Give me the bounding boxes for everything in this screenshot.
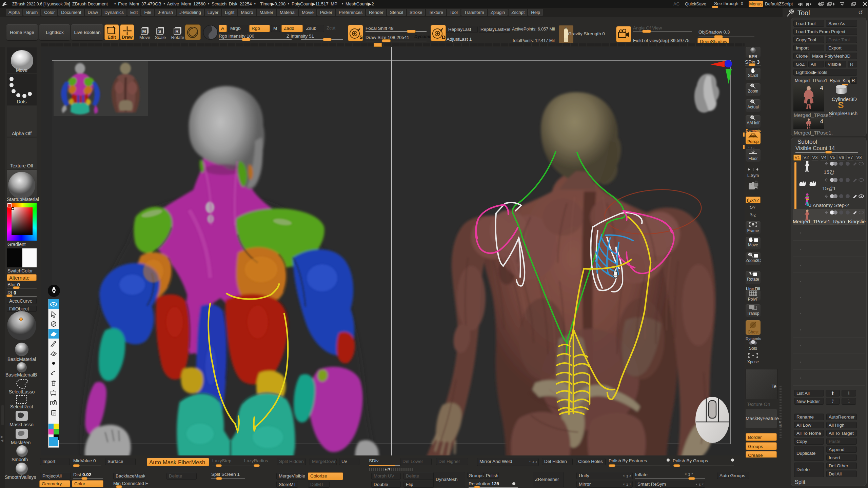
svg-text:M: M: [142, 29, 146, 34]
svg-text:S: S: [838, 101, 844, 110]
svg-text:R: R: [175, 29, 179, 34]
svg-text:S: S: [158, 29, 161, 34]
svg-text:S: S: [359, 34, 363, 40]
svg-text:D: D: [442, 34, 446, 40]
